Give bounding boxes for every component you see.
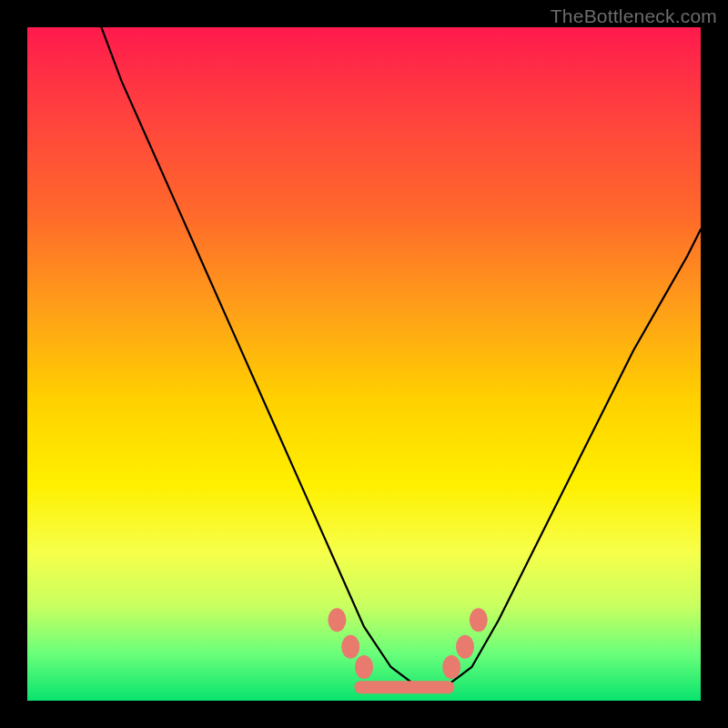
right-cluster-3 [470,608,488,632]
bottleneck-curve-svg [27,27,701,701]
left-cluster-3 [355,655,373,679]
right-cluster-1 [442,655,460,679]
valley-bar [354,681,454,693]
watermark-text: TheBottleneck.com [551,5,717,27]
left-cluster-2 [341,635,359,659]
chart-plot-area [27,27,701,701]
outer-frame: TheBottleneck.com [0,0,728,728]
right-cluster-2 [456,635,474,659]
left-cluster-1 [328,608,346,632]
bottleneck-curve-path [101,27,701,687]
